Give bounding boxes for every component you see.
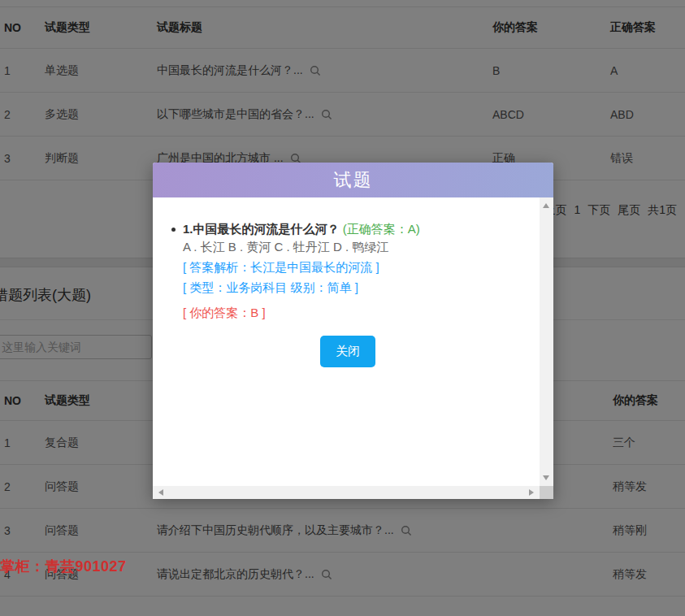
answer-analysis: [ 答案解析：长江是中国最长的河流 ] — [183, 258, 540, 276]
question-options: A . 长江 B . 黄河 C . 牡丹江 D . 鸭绿江 — [183, 238, 540, 256]
close-button[interactable]: 关闭 — [320, 336, 375, 367]
correct-answer-label: (正确答案：A) — [343, 222, 420, 236]
scroll-left-arrow-icon[interactable] — [158, 489, 163, 496]
shop-watermark: 掌柜：青芸901027 — [0, 557, 127, 576]
your-answer-line: [ 你的答案：B ] — [183, 304, 540, 322]
question-stem-line: 1.中国最长的河流是什么河？ (正确答案：A) — [183, 220, 540, 238]
horizontal-scrollbar[interactable] — [153, 486, 540, 499]
scroll-down-arrow-icon[interactable] — [543, 475, 549, 480]
scroll-up-arrow-icon[interactable] — [543, 203, 549, 208]
question-meta: [ 类型：业务岗科目 级别：简单 ] — [183, 279, 540, 297]
wrong-question-page: NO 试题类型 试题标题 你的答案 正确答案 1 单选题 中国最长的河流是什么河… — [0, 0, 685, 616]
question-stem: 1.中国最长的河流是什么河？ — [183, 222, 340, 236]
question-detail-dialog: 试题 1.中国最长的河流是什么河？ (正确答案：A) A . 长江 B . 黄河… — [153, 163, 553, 499]
vertical-scrollbar[interactable] — [540, 197, 553, 486]
scrollbar-corner — [540, 486, 553, 499]
scroll-right-arrow-icon[interactable] — [529, 489, 534, 496]
dialog-title: 试题 — [153, 163, 553, 197]
